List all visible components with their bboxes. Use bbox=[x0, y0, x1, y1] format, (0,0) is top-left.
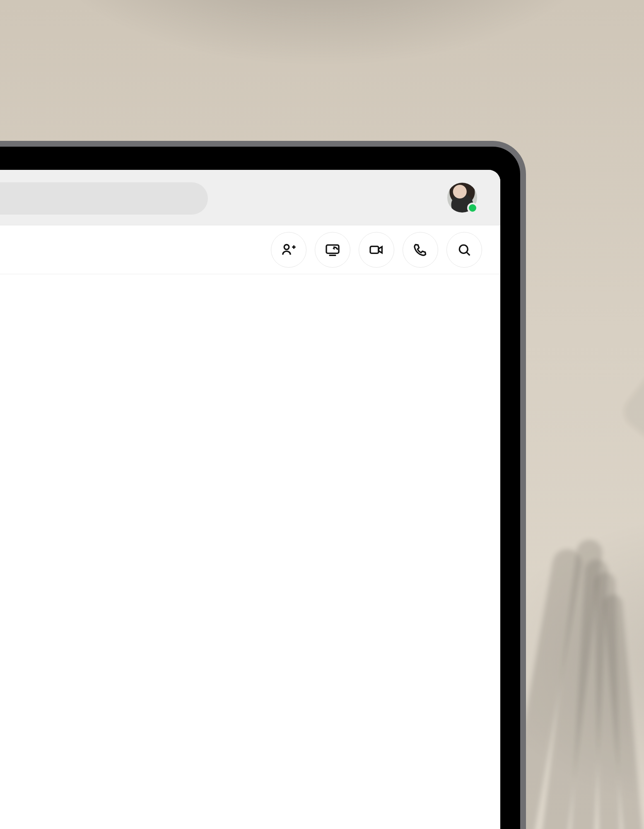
message-text-fragment: v? bbox=[0, 324, 475, 342]
svg-point-0 bbox=[284, 244, 289, 249]
phone-icon bbox=[412, 242, 429, 258]
video-call-button[interactable] bbox=[359, 232, 394, 268]
svg-rect-2 bbox=[370, 246, 379, 253]
app-screen: v? s bbox=[0, 170, 500, 829]
top-bar bbox=[0, 170, 500, 225]
search-icon bbox=[456, 242, 473, 258]
header-actions bbox=[271, 232, 482, 268]
message-text-fragment: d the first half reviewing and the secon… bbox=[0, 667, 475, 684]
share-screen-button[interactable] bbox=[315, 232, 350, 268]
laptop-frame: v? s bbox=[0, 141, 526, 829]
video-icon bbox=[368, 242, 385, 258]
message-list[interactable]: v? s bbox=[0, 274, 500, 829]
current-user-avatar[interactable] bbox=[447, 183, 477, 213]
message-text-fragment: our will suffice? bbox=[0, 604, 475, 621]
audio-call-button[interactable] bbox=[403, 232, 438, 268]
conversation-header bbox=[0, 225, 500, 274]
search-button[interactable] bbox=[446, 232, 482, 268]
person-add-icon bbox=[280, 242, 297, 258]
presence-indicator bbox=[467, 203, 478, 213]
laptop-bezel: v? s bbox=[0, 147, 520, 829]
search-input[interactable] bbox=[0, 182, 208, 215]
share-screen-icon bbox=[324, 242, 341, 258]
svg-point-3 bbox=[459, 245, 468, 253]
add-people-button[interactable] bbox=[271, 232, 306, 268]
